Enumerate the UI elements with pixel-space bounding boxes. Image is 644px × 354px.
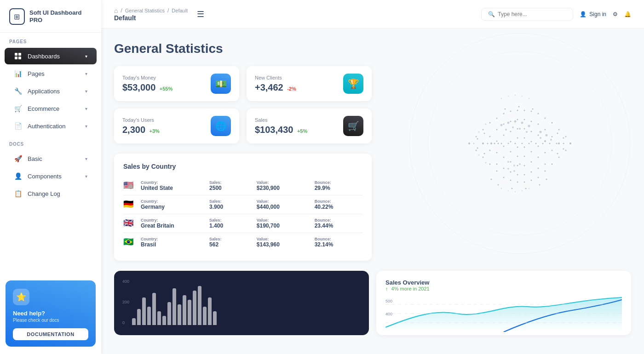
- svg-point-52: [524, 165, 525, 166]
- bar: [162, 316, 166, 325]
- sales-gb: 1.400: [209, 223, 252, 229]
- svg-rect-2: [15, 57, 17, 59]
- sidebar-item-basic[interactable]: 🚀 Basic ▾: [5, 150, 97, 167]
- breadcrumb-dashboards: General Statistics: [125, 8, 165, 13]
- svg-point-7: [476, 136, 477, 137]
- sidebar-item-dashboards[interactable]: Dashboards ▾: [5, 48, 97, 64]
- page-title: General Statistics: [114, 41, 631, 56]
- svg-point-86: [490, 143, 492, 144]
- search-box[interactable]: 🔍: [481, 8, 573, 21]
- sidebar-item-pages[interactable]: 📊 Pages ▾: [5, 65, 97, 82]
- home-icon: ⌂: [114, 7, 118, 14]
- svg-point-110: [515, 95, 516, 96]
- pages-icon: 📊: [14, 69, 22, 78]
- sales-br: 562: [209, 241, 252, 248]
- documentation-button[interactable]: DOCUMENTATION: [13, 328, 88, 340]
- bar: [193, 291, 196, 325]
- sidebar-item-changelog[interactable]: 📋 Change Log: [5, 185, 97, 202]
- svg-point-65: [538, 135, 539, 136]
- sidebar-ecommerce-label: Ecommerce: [28, 105, 59, 112]
- svg-point-16: [496, 118, 498, 119]
- bell-icon[interactable]: 🔔: [624, 11, 631, 17]
- svg-point-15: [489, 164, 491, 165]
- bar: [152, 293, 156, 325]
- sidebar-item-ecommerce[interactable]: 🛒 Ecommerce ▾: [5, 100, 97, 117]
- stat-change-users: +3%: [150, 128, 160, 134]
- svg-point-126: [512, 126, 514, 128]
- bar-chart-y-labels: 400 200 0: [122, 279, 132, 325]
- sidebar-item-authentication[interactable]: 📄 Authentication ▾: [5, 118, 97, 134]
- svg-point-10: [482, 143, 484, 144]
- flag-br: 🇧🇷: [123, 238, 136, 247]
- chevron-down-icon: ▾: [85, 71, 87, 76]
- main-content: ⌂ / General Statistics / Default Default…: [101, 0, 644, 354]
- bar: [147, 307, 151, 325]
- sign-in-action[interactable]: 👤 Sign in: [580, 11, 606, 17]
- svg-point-48: [524, 128, 525, 130]
- bar-chart-bars: [132, 279, 217, 325]
- svg-point-14: [489, 150, 491, 151]
- y-label-200: 200: [122, 300, 129, 304]
- stat-label-money: Today's Money: [122, 75, 172, 80]
- stat-card-sales: Sales $103,430 +5% 🛒: [247, 108, 372, 143]
- svg-point-146: [535, 143, 537, 144]
- help-box: ⭐ Need help? Please check our docs DOCUM…: [6, 280, 96, 347]
- svg-point-144: [522, 143, 523, 144]
- help-title: Need help?: [13, 310, 88, 317]
- sales-overview-card: Sales Overview ↑ 4% more in 2021: [376, 271, 631, 335]
- settings-icon[interactable]: ⚙: [613, 11, 618, 17]
- country-name-br: Brasil: [141, 241, 205, 248]
- content-area: General Statistics Today's Money $53,000…: [101, 29, 644, 354]
- breadcrumb-sep1: /: [121, 7, 122, 14]
- svg-rect-0: [15, 53, 17, 56]
- svg-point-150: [563, 143, 564, 144]
- overview-change: 4% more in 2021: [391, 286, 430, 291]
- svg-point-81: [558, 143, 560, 144]
- sidebar-item-applications[interactable]: 🔧 Applications ▾: [5, 83, 97, 99]
- overview-y-400: 400: [385, 312, 392, 316]
- stats-grid: Today's Money $53,000 +55% 💵 New Clients…: [114, 66, 372, 143]
- chevron-down-icon: ▾: [85, 156, 87, 161]
- svg-point-49: [524, 137, 525, 139]
- svg-point-12: [489, 122, 491, 124]
- svg-point-74: [545, 164, 546, 165]
- stat-change-clients: -2%: [287, 86, 296, 91]
- svg-point-129: [540, 131, 542, 133]
- svg-point-37: [517, 110, 518, 111]
- svg-point-41: [517, 147, 518, 148]
- col-header-country: Country:: [141, 180, 205, 185]
- svg-point-118: [501, 188, 502, 189]
- svg-point-24: [503, 135, 505, 136]
- stat-change-sales: +5%: [297, 128, 307, 134]
- table-row: 🇺🇸 Country: United State Sales: 2500 Val…: [123, 177, 362, 195]
- stat-card-clients: New Clients +3,462 -2% 🏆: [247, 66, 372, 101]
- svg-point-77: [552, 136, 553, 137]
- sidebar-applications-label: Applications: [28, 88, 60, 95]
- bar: [213, 311, 217, 325]
- svg-point-21: [496, 171, 498, 172]
- svg-point-53: [524, 174, 525, 176]
- svg-point-114: [529, 98, 530, 99]
- topbar-actions: 🔍 👤 Sign in ⚙ 🔔: [481, 8, 631, 21]
- bounce-br: 32.14%: [315, 241, 362, 248]
- up-arrow-icon: ↑: [385, 286, 388, 291]
- sidebar-auth-label: Authentication: [28, 123, 65, 130]
- flag-de: 🇩🇪: [123, 200, 136, 209]
- bottom-charts: 400 200 0 Sales Overview ↑ 4% more in 20…: [114, 271, 631, 335]
- help-subtitle: Please check our docs: [13, 318, 88, 323]
- sales-us: 2500: [209, 185, 252, 191]
- svg-point-120: [500, 124, 503, 126]
- svg-point-22: [503, 113, 505, 114]
- hamburger-icon[interactable]: ☰: [197, 9, 204, 19]
- svg-point-51: [524, 156, 525, 157]
- svg-point-138: [507, 168, 509, 170]
- value-gb: $190,700: [257, 223, 310, 229]
- bar: [178, 304, 181, 325]
- svg-point-140: [494, 143, 495, 144]
- stat-label-users: Today's Users: [122, 117, 160, 123]
- sidebar-item-components[interactable]: 👤 Components ▾: [5, 168, 97, 184]
- svg-point-61: [531, 171, 532, 173]
- sales-de: 3.900: [209, 204, 252, 210]
- search-input[interactable]: [498, 11, 562, 17]
- bounce-us: 29.9%: [315, 185, 362, 191]
